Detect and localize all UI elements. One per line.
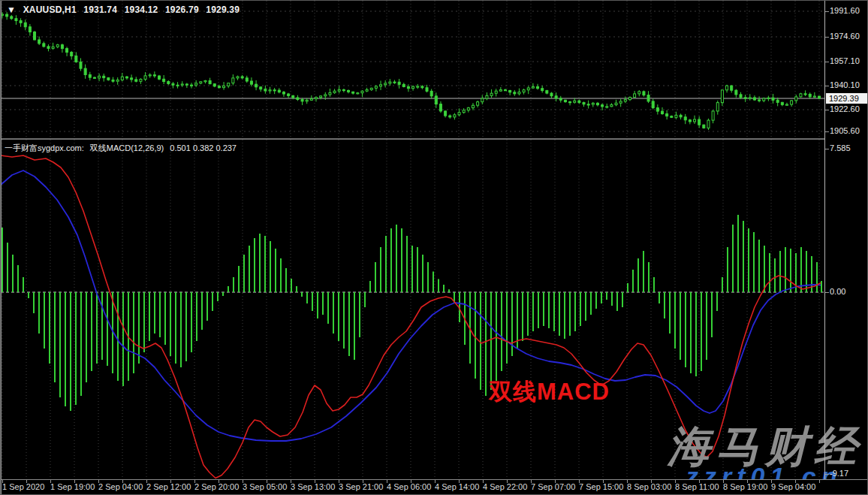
time-tick-label: 2 Sep 20:00: [194, 482, 239, 491]
price-tick-label: 1974.60: [830, 32, 860, 41]
indicator-header: 一手财富sygdpx.com: 双线MACD(12,26,9) 0.501 0.…: [5, 143, 240, 154]
mt4-chart-window: ▼ XAUUSD,H1 1931.74 1934.12 1926.79 1929…: [0, 0, 868, 495]
price-tick-mark: [825, 86, 829, 86]
time-tick-label: 9 Sep 04:00: [771, 482, 815, 491]
price-tick-label: 1957.10: [830, 56, 860, 65]
time-tick-label: 8 Sep 11:00: [675, 482, 719, 491]
time-tick-label: 3 Sep 21:00: [339, 482, 383, 491]
ohlc-open-value: 1931.74: [83, 5, 117, 15]
ohlc-low-value: 1926.79: [165, 5, 199, 15]
time-tick-label: 4 Sep 22:00: [483, 482, 527, 491]
price-tick-label: 1905.60: [830, 126, 860, 135]
indicator-values: 0.501 0.382 0.237: [170, 143, 237, 152]
ohlc-close-value: 1929.39: [206, 5, 240, 15]
indicator-site-prefix: 一手财富sygdpx.com:: [5, 143, 84, 152]
macd-tick-mark: [825, 474, 829, 475]
time-tick-label: 8 Sep 03:00: [627, 482, 671, 491]
time-tick-label: 4 Sep 06:00: [387, 482, 431, 491]
price-tick-mark: [825, 131, 829, 132]
time-tick-label: 4 Sep 14:00: [435, 482, 479, 491]
window-left-border: [1, 1, 2, 495]
macd-tick-label: 0.00: [830, 287, 845, 296]
symbol-timeframe-label: XAUUSD,H1: [23, 5, 77, 15]
macd-tick-label: 7.585: [830, 143, 851, 152]
time-tick-label: 3 Sep 13:00: [291, 482, 335, 491]
price-tick-mark: [825, 11, 829, 12]
macd-tick-mark: [825, 149, 829, 149]
time-tick-label: 1 Sep 19:00: [50, 482, 95, 491]
price-tick-label: 1922.60: [830, 104, 860, 113]
time-axis[interactable]: 1 Sep 20201 Sep 19:002 Sep 04:002 Sep 12…: [1, 480, 868, 495]
price-tick-label: 1991.60: [830, 6, 860, 15]
time-tick-label: 2 Sep 12:00: [146, 482, 191, 491]
macd-indicator-label: 双线MACD: [489, 376, 610, 408]
symbol-dropdown-marker-icon[interactable]: ▼: [7, 5, 16, 15]
symbol-header: ▼ XAUUSD,H1 1931.74 1934.12 1926.79 1929…: [7, 5, 244, 15]
time-tick-mark: [819, 480, 820, 483]
macd-tick-label: -9.17: [830, 469, 848, 478]
current-price-box: 1929.39: [826, 93, 868, 104]
price-tick-label: 1940.10: [830, 80, 860, 89]
price-tick-mark: [825, 110, 829, 110]
time-tick-label: 7 Sep 15:00: [579, 482, 623, 491]
indicator-name-label: 双线MACD(12,26,9): [90, 143, 164, 152]
ohlc-high-value: 1934.12: [125, 5, 158, 15]
candlestick-canvas[interactable]: [1, 1, 824, 139]
time-tick-label: 7 Sep 07:00: [531, 482, 575, 491]
time-tick-label: 2 Sep 04:00: [98, 482, 143, 491]
price-tick-mark: [825, 37, 829, 38]
price-axis[interactable]: 1929.39 1991.601974.601957.101940.101922…: [824, 1, 868, 479]
macd-tick-mark: [825, 292, 829, 293]
candlestick-pane[interactable]: [1, 1, 824, 139]
price-tick-mark: [825, 62, 829, 62]
time-tick-label: 3 Sep 05:00: [243, 482, 287, 491]
time-tick-label: 1 Sep 2020: [2, 482, 44, 491]
time-tick-label: 8 Sep 19:00: [723, 482, 767, 491]
